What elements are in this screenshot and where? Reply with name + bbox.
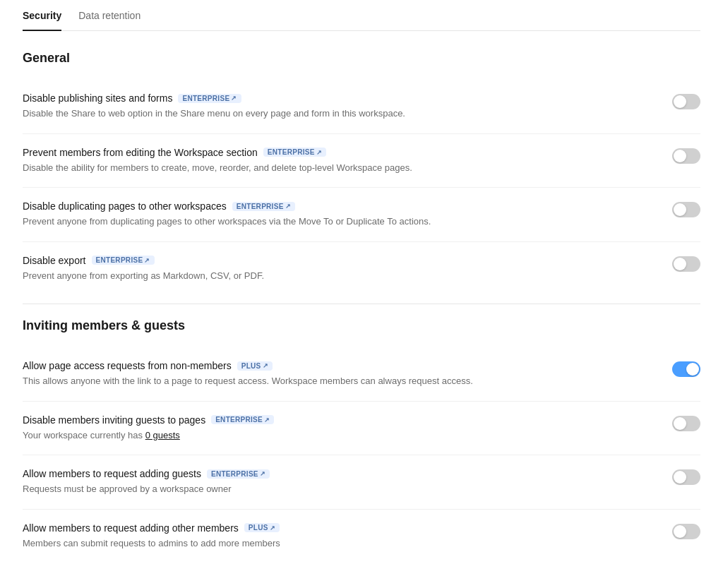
section-inviting-members: Inviting members & guests Allow page acc… bbox=[23, 304, 700, 563]
toggle-allow-page-access[interactable] bbox=[672, 361, 700, 377]
setting-description: Prevent anyone from duplicating pages to… bbox=[23, 215, 655, 229]
setting-row-disable-duplicating: Disable duplicating pages to other works… bbox=[23, 188, 700, 242]
badge-plus[interactable]: PLUS ↗ bbox=[244, 523, 280, 532]
badge-enterprise[interactable]: ENTERPRISE ↗ bbox=[207, 469, 270, 479]
section-general: General Disable publishing sites and for… bbox=[23, 51, 700, 295]
setting-title-row: Disable publishing sites and forms ENTER… bbox=[23, 92, 655, 104]
toggle-disable-publishing[interactable] bbox=[672, 94, 700, 109]
setting-title-row: Disable members inviting guests to pages… bbox=[23, 414, 655, 426]
setting-title-row: Disable export ENTERPRISE ↗ bbox=[23, 255, 655, 266]
toggle-disable-export[interactable] bbox=[672, 256, 700, 272]
setting-title: Disable members inviting guests to pages bbox=[23, 414, 205, 426]
setting-row-allow-request-members: Allow members to request adding other me… bbox=[23, 510, 700, 563]
setting-title: Disable export bbox=[23, 255, 86, 266]
setting-row-prevent-members-editing: Prevent members from editing the Workspa… bbox=[23, 134, 700, 188]
setting-title-row: Prevent members from editing the Workspa… bbox=[23, 147, 655, 158]
setting-description: Members can submit requests to admins to… bbox=[23, 536, 655, 551]
setting-content: Allow page access requests from non-memb… bbox=[23, 360, 672, 388]
setting-content: Disable duplicating pages to other works… bbox=[23, 200, 672, 229]
setting-row-allow-request-guests: Allow members to request adding guests E… bbox=[23, 455, 700, 510]
setting-title-row: Allow members to request adding other me… bbox=[23, 522, 655, 534]
setting-description: Prevent anyone from exporting as Markdow… bbox=[23, 269, 655, 283]
badge-enterprise[interactable]: ENTERPRISE ↗ bbox=[92, 256, 155, 265]
section-heading-general: General bbox=[23, 51, 700, 66]
setting-title: Allow page access requests from non-memb… bbox=[23, 360, 232, 371]
badge-enterprise[interactable]: ENTERPRISE ↗ bbox=[211, 415, 274, 424]
setting-content: Allow members to request adding other me… bbox=[23, 522, 672, 551]
tabs-bar: Security Data retention bbox=[23, 0, 700, 31]
toggle-disable-duplicating[interactable] bbox=[672, 202, 700, 217]
setting-content: Prevent members from editing the Workspa… bbox=[23, 147, 672, 175]
setting-title: Prevent members from editing the Workspa… bbox=[23, 147, 258, 158]
setting-title-row: Disable duplicating pages to other works… bbox=[23, 200, 655, 212]
tab-security[interactable]: Security bbox=[23, 0, 61, 31]
section-heading-inviting: Inviting members & guests bbox=[23, 318, 700, 333]
description-before: Your workspace currently has bbox=[23, 430, 145, 440]
setting-row-disable-publishing: Disable publishing sites and forms ENTER… bbox=[23, 80, 700, 134]
badge-enterprise[interactable]: ENTERPRISE ↗ bbox=[232, 202, 295, 211]
setting-content: Disable export ENTERPRISE ↗ Prevent anyo… bbox=[23, 255, 672, 283]
setting-content: Allow members to request adding guests E… bbox=[23, 468, 672, 496]
setting-description: This allows anyone with the link to a pa… bbox=[23, 374, 655, 388]
page-container: Security Data retention General Disable … bbox=[0, 0, 723, 563]
setting-title: Allow members to request adding other me… bbox=[23, 522, 239, 534]
guests-link[interactable]: 0 guests bbox=[145, 430, 180, 440]
section-divider bbox=[23, 304, 700, 304]
setting-content: Disable publishing sites and forms ENTER… bbox=[23, 92, 672, 121]
toggle-disable-members-inviting[interactable] bbox=[672, 416, 700, 431]
setting-title: Disable duplicating pages to other works… bbox=[23, 200, 227, 212]
setting-row-disable-members-inviting: Disable members inviting guests to pages… bbox=[23, 402, 700, 456]
badge-enterprise[interactable]: ENTERPRISE ↗ bbox=[263, 148, 326, 157]
setting-row-allow-page-access: Allow page access requests from non-memb… bbox=[23, 347, 700, 402]
setting-row-disable-export: Disable export ENTERPRISE ↗ Prevent anyo… bbox=[23, 242, 700, 296]
toggle-allow-request-members[interactable] bbox=[672, 524, 700, 539]
setting-title: Disable publishing sites and forms bbox=[23, 92, 172, 104]
tab-data-retention[interactable]: Data retention bbox=[78, 0, 141, 31]
badge-plus[interactable]: PLUS ↗ bbox=[237, 361, 273, 371]
toggle-allow-request-guests[interactable] bbox=[672, 469, 700, 485]
setting-content: Disable members inviting guests to pages… bbox=[23, 414, 672, 443]
setting-description: Your workspace currently has 0 guests bbox=[23, 428, 655, 443]
setting-description: Disable the Share to web option in the S… bbox=[23, 107, 655, 121]
badge-enterprise[interactable]: ENTERPRISE ↗ bbox=[178, 94, 241, 103]
setting-title-row: Allow members to request adding guests E… bbox=[23, 468, 655, 479]
setting-title-row: Allow page access requests from non-memb… bbox=[23, 360, 655, 371]
toggle-prevent-members-editing[interactable] bbox=[672, 148, 700, 164]
settings-list-general: Disable publishing sites and forms ENTER… bbox=[23, 80, 700, 295]
settings-list-inviting: Allow page access requests from non-memb… bbox=[23, 347, 700, 563]
setting-description: Requests must be approved by a workspace… bbox=[23, 482, 655, 496]
setting-description: Disable the ability for members to creat… bbox=[23, 161, 655, 175]
setting-title: Allow members to request adding guests bbox=[23, 468, 201, 479]
